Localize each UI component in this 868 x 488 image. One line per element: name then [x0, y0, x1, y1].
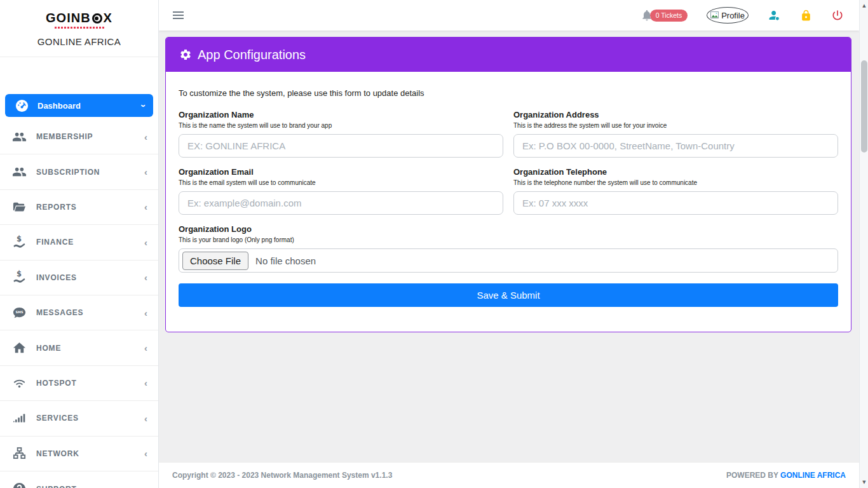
- sitemap-icon: [12, 446, 27, 461]
- sidebar-item-label: SUBSCRIPTION: [36, 168, 100, 177]
- users-manage-button[interactable]: [768, 9, 781, 22]
- chevron-left-icon: ‹: [144, 238, 147, 247]
- scroll-up-arrow-icon[interactable]: ▲: [860, 1, 868, 10]
- speedometer-icon: [15, 98, 29, 113]
- sidebar-item-membership[interactable]: MEMBERSHIP ‹: [0, 119, 158, 154]
- users-icon: [12, 165, 27, 179]
- organization-telephone-input[interactable]: [513, 191, 838, 215]
- sidebar-item-dashboard[interactable]: Dashboard ‹: [5, 94, 153, 117]
- field-organization-logo: Organization Logo This is your brand log…: [179, 224, 838, 273]
- sidebar-item-services[interactable]: SERVICES ‹: [0, 401, 158, 436]
- logo-text-left: GOINB: [46, 11, 91, 25]
- logout-button[interactable]: [831, 9, 844, 22]
- field-helper: This is the telephone number the system …: [513, 179, 838, 186]
- powered-by-label: POWERED BY: [726, 471, 778, 480]
- sidebar: GOINBX GONLINE AFRICA Dashboard ‹ MEMBER…: [0, 0, 159, 488]
- tickets-notification[interactable]: 0 Tickets: [641, 9, 688, 22]
- field-organization-address: Organization Address This is the address…: [513, 110, 838, 158]
- field-label: Organization Logo: [179, 224, 838, 234]
- sidebar-item-label: NETWORK: [36, 449, 79, 458]
- sidebar-item-subscription[interactable]: SUBSCRIPTION ‹: [0, 154, 158, 189]
- field-label: Organization Email: [179, 167, 503, 177]
- sidebar-item-label: SUPPORT: [36, 485, 77, 488]
- chevron-left-icon: ‹: [144, 273, 147, 282]
- submit-row: Save & Submit: [179, 273, 838, 307]
- field-helper: This is the name the system will use to …: [179, 122, 503, 129]
- organization-name-input[interactable]: [179, 134, 503, 158]
- chevron-left-icon: ‹: [144, 202, 147, 212]
- organization-address-input[interactable]: [513, 134, 838, 158]
- hand-dollar-icon: $: [12, 270, 27, 285]
- sidebar-item-label: HOTSPOT: [36, 379, 77, 388]
- broken-image-icon: [710, 11, 720, 20]
- gear-icon: [179, 48, 192, 61]
- svg-text:SMS: SMS: [15, 310, 24, 314]
- page-title: App Configurations: [198, 48, 306, 62]
- home-icon: [12, 341, 27, 355]
- field-organization-telephone: Organization Telephone This is the telep…: [513, 167, 838, 215]
- power-icon: [831, 9, 844, 22]
- sms-icon: SMS: [12, 306, 27, 320]
- svg-text:$: $: [17, 235, 22, 243]
- chevron-left-icon: ‹: [144, 167, 147, 177]
- chevron-left-icon: ‹: [144, 449, 147, 458]
- field-organization-email: Organization Email This is the email sys…: [179, 167, 503, 215]
- sidebar-item-label: FINANCE: [36, 238, 74, 247]
- sidebar-item-messages[interactable]: SMS MESSAGES ‹: [0, 295, 158, 330]
- field-organization-name: Organization Name This is the name the s…: [179, 110, 503, 158]
- profile-label: Profile: [721, 11, 745, 20]
- sidebar-item-finance[interactable]: $ FINANCE ‹: [0, 225, 158, 260]
- chevron-left-icon: ‹: [144, 484, 147, 488]
- powered-by: POWERED BY GONLINE AFRICA: [726, 471, 846, 480]
- sidebar-item-invoices[interactable]: $ INVOICES ‹: [0, 261, 158, 295]
- signal-bars-icon: [12, 411, 27, 426]
- sidebar-item-home[interactable]: HOME ‹: [0, 330, 158, 365]
- profile-avatar[interactable]: Profile: [707, 7, 749, 24]
- field-label: Organization Name: [179, 110, 503, 119]
- logo-o-icon: [92, 13, 102, 24]
- chevron-left-icon: ‹: [144, 343, 147, 353]
- page-scrollbar[interactable]: ▲ ▼: [859, 0, 868, 488]
- file-status-text: No file chosen: [255, 255, 316, 266]
- sidebar-item-label: REPORTS: [36, 203, 77, 212]
- app-config-card: App Configurations To customize the the …: [165, 37, 851, 332]
- save-submit-button[interactable]: Save & Submit: [179, 283, 838, 307]
- logo-text: GOINBX: [0, 11, 158, 25]
- field-label: Organization Address: [513, 110, 838, 119]
- lock-icon: [800, 10, 812, 22]
- field-helper: This is the email system will use to com…: [179, 179, 503, 186]
- sidebar-item-label: HOME: [36, 344, 61, 353]
- sidebar-item-hotspot[interactable]: HOTSPOT ‹: [0, 366, 158, 401]
- brand-name: GONLINE AFRICA: [0, 36, 158, 47]
- hamburger-menu-icon[interactable]: [173, 10, 184, 21]
- sidebar-item-label: MEMBERSHIP: [36, 132, 93, 141]
- lock-button[interactable]: [800, 10, 812, 22]
- field-label: Organization Telephone: [513, 167, 838, 177]
- sidebar-item-label: INVOICES: [36, 273, 77, 282]
- chevron-left-icon: ‹: [144, 132, 147, 142]
- user-clock-icon: [768, 9, 781, 22]
- logo-text-right: X: [104, 11, 112, 25]
- logo-file-input[interactable]: Choose File No file chosen: [179, 248, 838, 273]
- question-circle-icon: [12, 482, 27, 488]
- sidebar-item-support[interactable]: SUPPORT ‹: [0, 471, 158, 488]
- sidebar-nav: MEMBERSHIP ‹ SUBSCRIPTION ‹ REPORTS ‹ $ …: [0, 119, 158, 488]
- chevron-left-icon: ‹: [144, 308, 147, 318]
- sidebar-item-reports[interactable]: REPORTS ‹: [0, 190, 158, 225]
- card-header: App Configurations: [166, 37, 851, 72]
- powered-by-link[interactable]: GONLINE AFRICA: [780, 471, 846, 480]
- scroll-down-arrow-icon[interactable]: ▼: [860, 478, 868, 487]
- choose-file-button[interactable]: Choose File: [182, 252, 248, 270]
- chevron-left-icon: ‹: [144, 378, 147, 388]
- organization-email-input[interactable]: [179, 191, 503, 215]
- app-config-form: Organization Name This is the name the s…: [179, 100, 838, 307]
- scrollbar-thumb[interactable]: [861, 60, 867, 152]
- sidebar-item-label: Dashboard: [37, 101, 81, 111]
- sidebar-item-label: SERVICES: [36, 414, 79, 423]
- topbar: 0 Tickets Profile: [159, 0, 859, 30]
- svg-text:$: $: [17, 270, 22, 278]
- sidebar-item-network[interactable]: NETWORK ‹: [0, 437, 158, 471]
- tickets-badge[interactable]: 0 Tickets: [650, 10, 688, 22]
- copyright-text: Copyright © 2023 - 2023 Network Manageme…: [172, 471, 392, 480]
- field-helper: This is the address the system will use …: [513, 122, 838, 129]
